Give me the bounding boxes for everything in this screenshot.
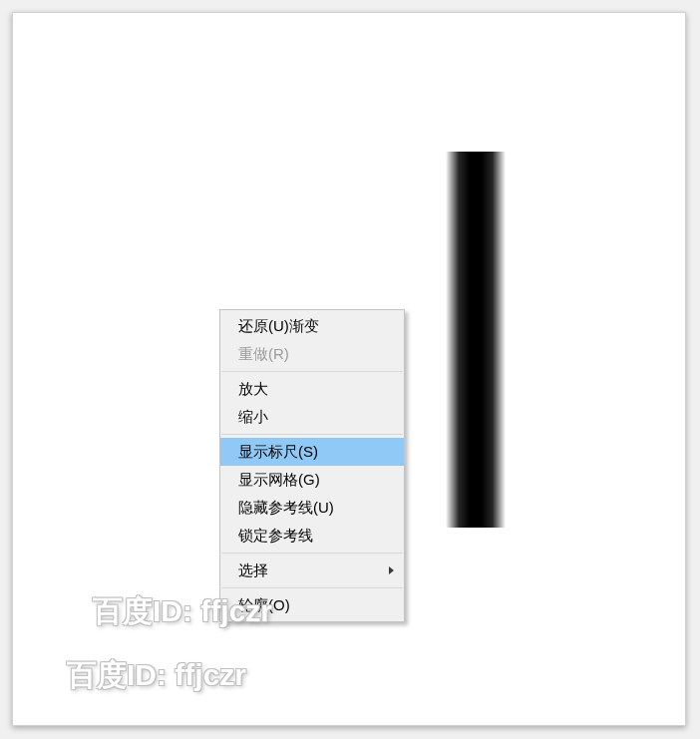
canvas-area: 还原(U)渐变 重做(R) 放大 缩小 显示标尺(S) 显示网格(G) 隐藏参考… xyxy=(12,12,686,726)
menu-item-select-label: 选择 xyxy=(238,561,268,578)
menu-separator xyxy=(221,371,403,372)
menu-separator xyxy=(221,434,403,435)
menu-item-undo[interactable]: 还原(U)渐变 xyxy=(220,312,404,340)
context-menu: 还原(U)渐变 重做(R) 放大 缩小 显示标尺(S) 显示网格(G) 隐藏参考… xyxy=(219,309,405,622)
menu-item-hide-guides[interactable]: 隐藏参考线(U) xyxy=(220,494,404,522)
menu-item-lock-guides[interactable]: 锁定参考线 xyxy=(220,522,404,550)
menu-item-zoom-out[interactable]: 缩小 xyxy=(220,403,404,431)
watermark-text: 百度ID: ffjczr xyxy=(93,591,272,632)
menu-item-show-grid[interactable]: 显示网格(G) xyxy=(220,466,404,494)
menu-item-redo: 重做(R) xyxy=(220,340,404,368)
menu-item-select[interactable]: 选择 xyxy=(220,556,404,584)
menu-separator xyxy=(221,553,403,554)
watermark-text: 百度ID: ffjczr xyxy=(67,655,246,696)
menu-item-zoom-in[interactable]: 放大 xyxy=(220,375,404,403)
menu-item-show-ruler[interactable]: 显示标尺(S) xyxy=(220,438,404,466)
gradient-sample xyxy=(446,152,506,528)
submenu-arrow-icon xyxy=(389,566,394,574)
menu-separator xyxy=(221,587,403,588)
